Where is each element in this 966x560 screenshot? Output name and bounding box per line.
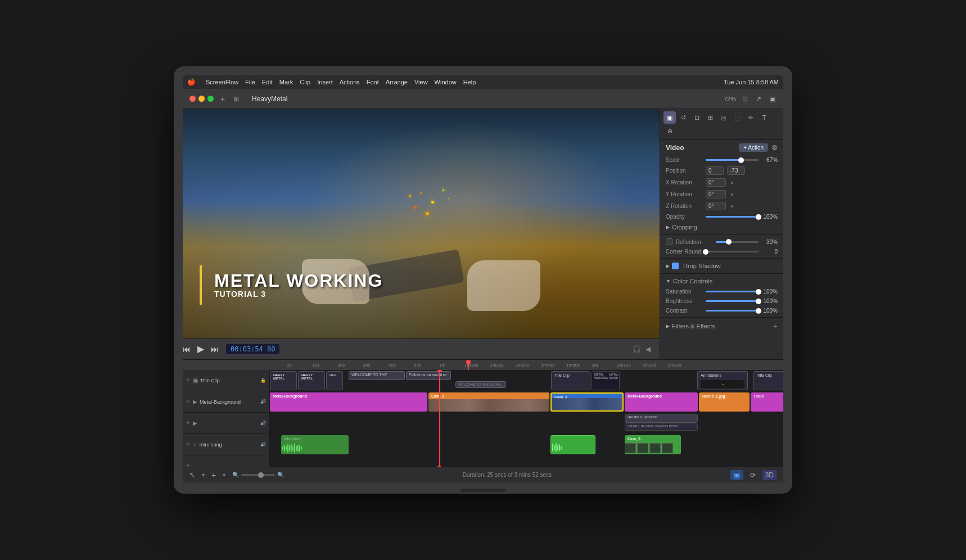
track-5-settings-icon[interactable]: ⋮ <box>261 463 266 467</box>
zoom-out-icon[interactable]: 🔍 <box>232 472 239 478</box>
clip-hands2[interactable]: Hands_2.jpg <box>699 392 750 412</box>
track-3-lock-icon[interactable]: 🔊 <box>260 421 266 426</box>
track-1-lock-icon[interactable]: 🔒 <box>260 378 266 383</box>
add-filter-icon[interactable]: + <box>773 322 778 331</box>
track-1-visibility-icon[interactable]: 👁 <box>186 378 191 383</box>
saturation-slider[interactable] <box>706 291 759 292</box>
track-2-lock-icon[interactable]: 🔊 <box>260 399 266 404</box>
menu-edit[interactable]: Edit <box>262 79 273 85</box>
add-dropdown-icon[interactable]: ▾ <box>223 472 225 478</box>
clip-welcome-text-2[interactable]: WELCOME TO THE SHOW... <box>455 381 506 388</box>
clip-intro-song[interactable]: Intro song <box>281 435 349 454</box>
timeline-icon-3[interactable]: 3D <box>762 470 777 480</box>
y-rotation-input[interactable] <box>706 190 726 198</box>
play-button[interactable]: ▶ <box>197 344 204 354</box>
x-rotation-input[interactable] <box>706 178 726 187</box>
pointer-dropdown-icon[interactable]: ▾ <box>202 472 205 478</box>
position-y-input[interactable] <box>727 166 745 175</box>
screen-recording-icon[interactable]: ⊡ <box>690 111 703 124</box>
filters-effects-row[interactable]: ▶ Filters & Effects + <box>660 319 783 333</box>
opacity-slider[interactable] <box>706 216 759 218</box>
clip-annotations[interactable]: Annotations → <box>697 371 748 390</box>
audio-tool-icon[interactable]: ↺ <box>677 111 689 124</box>
position-x-input[interactable] <box>706 166 724 175</box>
share-icon[interactable]: ↗ <box>754 94 763 103</box>
clip-metal-bg-1[interactable]: Metal-Background <box>270 392 427 412</box>
callout-icon[interactable]: ⊞ <box>704 111 716 124</box>
rewind-button[interactable]: ⏮ <box>183 345 191 354</box>
add-track-icon[interactable]: + <box>211 471 216 480</box>
pointer-tool-icon[interactable]: ↖ <box>189 471 195 479</box>
clip-follow-social[interactable]: Follow us on social m <box>406 371 451 380</box>
clip-heavy-metal-1[interactable]: HEAVYMETAL <box>270 371 297 390</box>
clip-welcome[interactable]: WELCOME TO THE <box>349 371 405 380</box>
panel-toggle-icon[interactable]: ▣ <box>768 94 777 103</box>
add-icon[interactable]: + <box>218 94 227 103</box>
menu-file[interactable]: File <box>245 79 255 85</box>
video-tool-icon[interactable]: ▣ <box>663 111 676 124</box>
clip-title-right[interactable]: Title Clip <box>753 371 783 390</box>
zoom-in-icon[interactable]: 🔍 <box>277 472 284 478</box>
cropping-row[interactable]: ▶ Cropping <box>660 222 783 233</box>
drop-shadow-checkbox[interactable] <box>672 263 679 269</box>
scale-slider[interactable] <box>706 159 759 161</box>
ruler-mark-20: 20s <box>337 363 363 368</box>
scale-value: 67% <box>762 157 778 163</box>
clip-metal-working-1[interactable]: METALWORKING METALWORK <box>592 371 620 390</box>
media-library-icon[interactable]: ⬚ <box>731 111 743 124</box>
brightness-slider[interactable] <box>706 300 759 302</box>
menu-font[interactable]: Font <box>367 79 379 85</box>
menu-window[interactable]: Window <box>435 79 457 85</box>
menu-view[interactable]: View <box>414 79 428 85</box>
track-4-lock-icon[interactable]: 🔊 <box>260 442 266 447</box>
clip-hea-1[interactable]: HEA <box>326 371 343 390</box>
menu-clip[interactable]: Clip <box>300 79 310 85</box>
timeline-icon-2[interactable]: ⟳ <box>750 471 756 479</box>
fast-forward-button[interactable]: ⏭ <box>211 345 219 354</box>
maximize-button[interactable] <box>207 96 214 102</box>
drop-shadow-row[interactable]: ▶ Drop Shadow <box>660 260 783 272</box>
expand-icon[interactable]: ⊞ <box>232 94 241 103</box>
minimize-button[interactable] <box>198 96 205 102</box>
clip-audio-green[interactable] <box>550 435 595 454</box>
zoom-slider[interactable] <box>241 474 275 476</box>
menu-arrange[interactable]: Arrange <box>386 79 408 85</box>
clip-helpful-howto[interactable]: HELPFUL HOW-TO <box>625 414 698 423</box>
menu-insert[interactable]: Insert <box>317 79 333 85</box>
clip-metal-bg-2[interactable]: Metal-Background <box>625 392 698 412</box>
z-rotation-input[interactable] <box>706 202 726 210</box>
crop-icon[interactable]: ⊡ <box>741 94 750 103</box>
settings-icon[interactable]: ⚙ <box>771 144 778 152</box>
clip-heavy-metal-2[interactable]: HEAVYMETAL <box>298 371 325 390</box>
clip-cam3-green[interactable]: Cam_3 <box>625 435 681 454</box>
headphones-icon[interactable]: 🎧 <box>633 345 641 353</box>
close-button[interactable] <box>189 96 196 102</box>
fullscreen-icon[interactable]: ◀ <box>645 345 651 353</box>
corner-round-slider[interactable] <box>706 251 759 252</box>
track-4-visibility-icon[interactable]: 👁 <box>186 442 191 447</box>
color-controls-header[interactable]: ▼ Color Controls <box>660 276 783 287</box>
corner-round-value: 0 <box>762 249 778 255</box>
annotations-icon[interactable]: ◎ <box>717 111 730 124</box>
menu-actions[interactable]: Actions <box>340 79 360 85</box>
reflection-checkbox[interactable] <box>666 238 672 245</box>
track-5-visibility-icon[interactable]: 👁 <box>186 463 191 467</box>
contrast-slider[interactable] <box>706 310 759 311</box>
menu-help[interactable]: Help <box>463 79 476 85</box>
action-button[interactable]: + Action <box>739 143 768 152</box>
timeline-icon-1[interactable]: ▣ <box>730 470 743 480</box>
track-3-visibility-icon[interactable]: 👁 <box>186 421 191 426</box>
reflection-slider[interactable] <box>716 241 759 243</box>
clip-helpful-text[interactable]: HELPFUL HELPFUL HOW-TO'S HOW-T... <box>625 423 698 431</box>
title-accent-bar <box>200 265 202 305</box>
clip-cam2[interactable]: Cam_2 <box>550 392 624 412</box>
text-icon[interactable]: T <box>758 111 770 124</box>
pen-icon[interactable]: ✏ <box>744 111 757 124</box>
clip-cam3[interactable]: Cam_3 <box>428 392 549 412</box>
clip-tools[interactable]: Tools <box>751 392 783 412</box>
touch-icon[interactable]: ⊕ <box>663 125 676 137</box>
menu-mark[interactable]: Mark <box>279 79 293 85</box>
menu-screenflow[interactable]: ScreenFlow <box>206 79 238 85</box>
track-2-visibility-icon[interactable]: 👁 <box>186 399 191 404</box>
clip-title-mid[interactable]: Title Clip <box>551 371 590 390</box>
